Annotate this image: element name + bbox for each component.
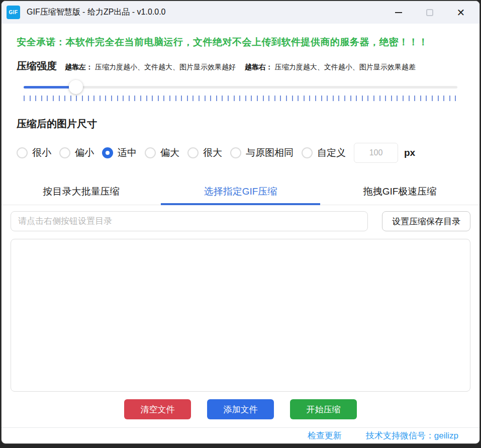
add-files-button[interactable]: 添加文件 — [207, 399, 274, 419]
file-list-area[interactable] — [11, 239, 470, 392]
set-save-directory-button[interactable]: 设置压缩保存目录 — [382, 211, 470, 231]
slider-track[interactable] — [24, 86, 457, 88]
radio-very-large[interactable]: 很大 — [187, 146, 222, 159]
clear-files-button[interactable]: 清空文件 — [124, 399, 191, 419]
left-hint-text: 压缩力度越小、文件越大、图片显示效果越好 — [95, 63, 236, 71]
right-hint-text: 压缩力度越大、文件越小、图片显示效果越差 — [275, 63, 416, 71]
save-directory-input[interactable] — [11, 211, 368, 231]
radio-label: 与原图相同 — [246, 146, 294, 159]
right-hint-label: 越靠右： — [245, 63, 273, 71]
slider-fill — [24, 86, 76, 88]
directory-row: 设置压缩保存目录 — [11, 211, 470, 231]
strength-hints: 越靠左： 压缩力度越小、文件越大、图片显示效果越好 越靠右： 压缩力度越大、文件… — [65, 63, 423, 72]
size-options-row: 很小 偏小 适中 偏大 很大 与原图相同 — [2, 143, 479, 163]
minimize-button[interactable] — [383, 1, 414, 24]
radio-icon — [102, 147, 113, 158]
tab-select-gif[interactable]: 选择指定GIF压缩 — [161, 181, 320, 205]
radio-custom[interactable]: 自定义 — [302, 146, 346, 159]
footer: 检查更新 技术支持微信号：geilizp — [2, 428, 479, 443]
app-window: GIF GIF压缩智慧版 - 给力ZP出品 - v1.0.0.0 ✕ 安全承诺：… — [1, 1, 480, 444]
minimize-icon — [395, 12, 402, 13]
custom-size-input[interactable] — [354, 143, 398, 163]
tab-drag-gif[interactable]: 拖拽GIF极速压缩 — [320, 181, 479, 205]
tab-batch-by-directory[interactable]: 按目录大批量压缩 — [2, 181, 161, 205]
slider-tick-marks — [24, 96, 457, 101]
action-buttons: 清空文件 添加文件 开始压缩 — [2, 399, 479, 419]
radio-icon — [59, 147, 70, 158]
radio-icon — [230, 147, 241, 158]
radio-icon — [302, 147, 313, 158]
radio-label: 适中 — [118, 146, 137, 159]
title-bar: GIF GIF压缩智慧版 - 给力ZP出品 - v1.0.0.0 ✕ — [2, 1, 479, 24]
radio-medium[interactable]: 适中 — [102, 146, 137, 159]
window-title: GIF压缩智慧版 - 给力ZP出品 - v1.0.0.0 — [27, 7, 165, 18]
tab-bar: 按目录大批量压缩 选择指定GIF压缩 拖拽GIF极速压缩 — [2, 181, 479, 205]
radio-label: 偏小 — [75, 146, 94, 159]
maximize-icon — [426, 9, 433, 16]
radio-label: 很小 — [32, 146, 51, 159]
close-button[interactable]: ✕ — [445, 1, 476, 24]
slider-thumb[interactable] — [69, 80, 83, 94]
radio-label: 自定义 — [317, 146, 346, 159]
radio-large[interactable]: 偏大 — [145, 146, 179, 159]
left-hint-label: 越靠左： — [65, 63, 93, 71]
radio-icon — [145, 147, 156, 158]
strength-title: 压缩强度 — [17, 59, 57, 73]
check-update-link[interactable]: 检查更新 — [308, 430, 342, 441]
gif-app-icon: GIF — [7, 6, 20, 19]
radio-small[interactable]: 偏小 — [59, 146, 94, 159]
window-controls: ✕ — [383, 1, 479, 24]
px-unit-label: px — [404, 147, 415, 158]
radio-icon — [187, 147, 199, 158]
main-content: 安全承诺：本软件完全在当前电脑运行，文件绝对不会上传到软件提供商的服务器，绝密！… — [2, 24, 479, 443]
radio-label: 偏大 — [160, 146, 179, 159]
radio-very-small[interactable]: 很小 — [17, 146, 51, 159]
maximize-button[interactable] — [414, 1, 445, 24]
radio-icon — [17, 147, 28, 158]
size-section-title: 压缩后的图片尺寸 — [2, 117, 479, 131]
security-notice: 安全承诺：本软件完全在当前电脑运行，文件绝对不会上传到软件提供商的服务器，绝密！… — [2, 36, 479, 49]
close-icon: ✕ — [457, 8, 465, 18]
strength-section: 压缩强度 越靠左： 压缩力度越小、文件越大、图片显示效果越好 越靠右： 压缩力度… — [2, 59, 479, 73]
start-compress-button[interactable]: 开始压缩 — [290, 399, 357, 419]
strength-slider[interactable] — [24, 80, 457, 94]
support-wechat-text: 技术支持微信号：geilizp — [366, 430, 458, 441]
radio-label: 很大 — [203, 146, 222, 159]
radio-same-as-original[interactable]: 与原图相同 — [230, 146, 294, 159]
